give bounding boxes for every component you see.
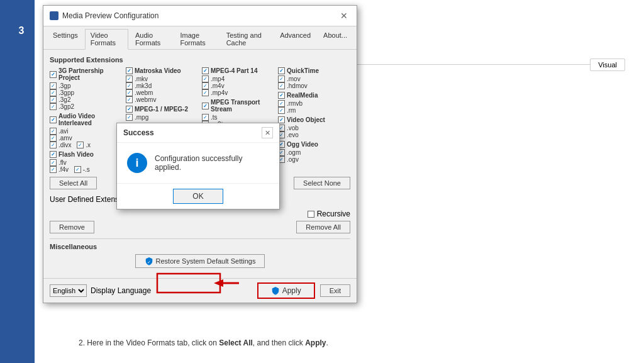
svg-text:✓: ✓ [147, 260, 151, 264]
cb-3gp[interactable] [50, 82, 57, 89]
cb-mkv[interactable] [126, 75, 133, 82]
group-realmedia: RealMedia .rmvb .rm [278, 92, 350, 114]
cb-webmv[interactable] [126, 96, 133, 103]
cb-mpeg-transport[interactable] [202, 103, 209, 109]
ext-hdmov: .hdmov [278, 82, 350, 89]
remove-button[interactable]: Remove [50, 221, 94, 233]
success-close-button[interactable]: ✕ [262, 127, 273, 138]
group-mpeg4-label: MPEG-4 Part 14 [211, 67, 257, 74]
success-titlebar: Success ✕ [117, 123, 279, 143]
group-flash-label: Flash Video [58, 151, 94, 158]
group-video-object-label: Video Object [287, 116, 325, 123]
ext-ogv: .ogv [278, 156, 350, 163]
success-message: Configuration successfully applied. [155, 154, 269, 172]
ext-3gp: .3gp [50, 82, 122, 89]
supported-extensions-label: Supported Extensions [50, 56, 350, 64]
remove-all-button[interactable]: Remove All [296, 221, 350, 233]
cb-mpeg4[interactable] [202, 67, 209, 74]
apply-button[interactable]: Apply [257, 282, 315, 299]
misc-label: Miscellaneous [50, 243, 350, 250]
sidebar: 3 [0, 0, 35, 363]
group-mpeg1: MPEG-1 / MPEG-2 .mpg [126, 106, 198, 121]
menu-audio-formats[interactable]: Audio Formats [130, 29, 173, 49]
cb-3gpp[interactable] [50, 89, 57, 96]
cb-3gp2[interactable] [50, 103, 57, 110]
cb-flash[interactable] [50, 151, 57, 158]
success-title-text: Success [123, 128, 154, 137]
menu-advanced[interactable]: Advanced [274, 29, 316, 49]
exit-button[interactable]: Exit [320, 284, 350, 297]
remove-buttons-row: Remove Remove All [50, 221, 350, 233]
menu-testing-cache[interactable]: Testing and Cache [221, 29, 274, 49]
cb-m4v[interactable] [202, 82, 209, 89]
ext-m4v: .m4v [202, 82, 274, 89]
shield-icon: ✓ [145, 257, 153, 265]
dialog-close-button[interactable]: ✕ [338, 9, 350, 22]
group-mpeg-transport-header: MPEG Transport Stream [202, 99, 274, 113]
cb-f4v[interactable] [50, 166, 57, 173]
cb-divx[interactable] [50, 142, 57, 148]
cb-3g2[interactable] [50, 96, 57, 103]
ext-avi: .avi [50, 128, 122, 135]
language-area: English Display Language [50, 284, 151, 297]
shield-apply-icon [271, 286, 280, 295]
cb-realmedia[interactable] [278, 92, 285, 99]
group-quicktime: QuickTime .mov .hdmov RealMedia .rmvb .r… [278, 67, 350, 173]
cb-ts[interactable] [202, 114, 209, 121]
cb-mk3d[interactable] [126, 82, 133, 89]
group-3g-label: 3G Partnership Project [58, 67, 122, 81]
dialog-app-icon [50, 11, 58, 20]
cb-s[interactable] [74, 166, 81, 173]
cb-flv[interactable] [50, 159, 57, 166]
ext-amv: .amv [50, 135, 122, 142]
group-avi: Audio Video Interleaved .avi .amv .divx … [50, 113, 122, 148]
cb-quicktime[interactable] [278, 67, 285, 74]
ext-evo: .evo [278, 131, 350, 138]
ext-rm: .rm [278, 107, 350, 114]
step-number: 3 [13, 22, 30, 40]
dialog-titlebar: Media Preview Configuration ✕ [43, 6, 357, 26]
ext-mov: .mov [278, 75, 350, 82]
cb-mp4[interactable] [202, 75, 209, 82]
cb-mpg[interactable] [126, 114, 133, 121]
dialog-title-area: Media Preview Configuration [50, 11, 158, 20]
cb-mov[interactable] [278, 75, 285, 82]
cb-rmvb[interactable] [278, 100, 285, 107]
group-mpeg1-header: MPEG-1 / MPEG-2 [126, 106, 198, 113]
select-none-button[interactable]: Select None [294, 177, 350, 189]
ok-button[interactable]: OK [173, 189, 223, 204]
menu-image-formats[interactable]: Image Formats [174, 29, 219, 49]
group-realmedia-label: RealMedia [287, 92, 318, 99]
success-footer: OK [117, 183, 279, 209]
menu-about[interactable]: About... [318, 29, 353, 49]
dialog-footer: English Display Language Apply Exit [43, 278, 357, 303]
cb-mp4v[interactable] [202, 89, 209, 96]
cb-amv[interactable] [50, 135, 57, 142]
group-video-object-header: Video Object [278, 116, 350, 123]
group-3g-header: 3G Partnership Project [50, 67, 122, 81]
restore-button[interactable]: ✓ Restore System Default Settings [135, 254, 265, 268]
cb-x[interactable] [77, 142, 84, 148]
cb-matroska[interactable] [126, 67, 133, 74]
group-matroska-header: Matroska Video [126, 67, 198, 74]
visual-button[interactable]: Visual [590, 59, 625, 71]
cb-mpeg1[interactable] [126, 106, 133, 113]
footer-buttons: Apply Exit [257, 282, 350, 299]
cb-recursive[interactable] [308, 211, 314, 218]
menu-video-formats[interactable]: Video Formats [85, 29, 128, 50]
select-all-button[interactable]: Select All [50, 177, 97, 189]
cb-3g[interactable] [50, 71, 57, 78]
ext-3gp2: .3gp2 [50, 103, 122, 110]
ext-f4v: .f4v -.s [50, 166, 122, 173]
cb-hdmov[interactable] [278, 82, 285, 89]
menu-settings[interactable]: Settings [47, 29, 84, 49]
display-language-label: Display Language [91, 286, 151, 295]
language-select[interactable]: English [50, 284, 87, 297]
cb-webm[interactable] [126, 89, 133, 96]
misc-section: Miscellaneous ✓ Restore System Default S… [50, 238, 350, 268]
cb-avi[interactable] [50, 116, 57, 123]
ext-ts: .ts [202, 114, 274, 121]
ext-mp4: .mp4 [202, 75, 274, 82]
cb-rm[interactable] [278, 107, 285, 114]
cb-avi-item[interactable] [50, 128, 57, 135]
